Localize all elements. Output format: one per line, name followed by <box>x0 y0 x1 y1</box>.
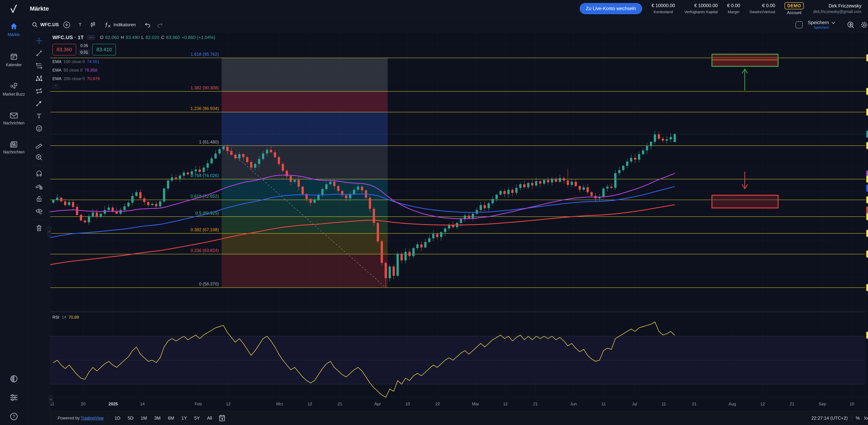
lock-drawings-tool[interactable] <box>34 194 44 204</box>
indicator-legend-ema100[interactable]: EMA100 close 0 74.551 <box>53 59 215 64</box>
quick-alert-icon[interactable] <box>847 21 855 29</box>
legend-more-icon[interactable]: ⋯ <box>87 35 95 40</box>
sell-button[interactable]: 83.360 <box>53 44 76 55</box>
stat-value: € 10000.00 <box>694 3 718 8</box>
rsi-legend[interactable]: RSI 14 70.89 <box>53 315 79 320</box>
price-axis[interactable]: 98.00094.00092.00088.00086.00084.00082.0… <box>865 32 868 398</box>
sidebar-item-nachrichten-news[interactable]: Nachrichten <box>1 141 27 154</box>
redo-icon[interactable] <box>157 22 163 28</box>
clock[interactable]: 22:27:14 (UTC+2) <box>811 416 848 421</box>
sidebar-item-maerkte[interactable]: Märkte <box>1 22 27 37</box>
rsi-axis-label: 80.00 <box>866 321 868 327</box>
range-3m[interactable]: 3M <box>152 414 163 422</box>
indicators-button[interactable]: Indikatoren <box>104 22 136 28</box>
stat-value: € 0.00 <box>762 3 775 8</box>
top-bar: Märkte Zu Live-Konto wechseln € 10000.00… <box>0 0 868 18</box>
sidebar-item-label: Nachrichten <box>3 121 25 125</box>
parallel-channel-tool[interactable] <box>34 85 44 96</box>
measure-ruler-tool[interactable] <box>34 140 44 150</box>
magnet-tool[interactable] <box>34 169 44 179</box>
time-axis-label: 21 <box>784 401 800 406</box>
chart-type-candles-icon[interactable] <box>90 22 96 28</box>
hide-drawings-tool[interactable] <box>34 206 44 217</box>
range-1d[interactable]: 1D <box>112 414 123 422</box>
price-axis-label: 62.000 <box>866 263 868 268</box>
legend-collapse-button[interactable]: ⌃ <box>53 84 59 89</box>
emoji-tool[interactable] <box>34 123 44 134</box>
range-5d[interactable]: 5D <box>125 414 136 422</box>
bottom-bar: Powered by TradingView 1D 5D 1M 3M 6M 1Y… <box>50 411 868 425</box>
spread-indicator: 0.05 0.01 <box>78 44 90 56</box>
page-title: Märkte <box>30 5 49 12</box>
search-icon <box>32 22 38 28</box>
price-axis-badge: 90.308 <box>866 88 868 95</box>
time-axis-label: 14 <box>134 401 150 406</box>
indicator-legend-ema200[interactable]: EMA200 close 0 70.979 <box>53 76 215 81</box>
toolbar-collapse-button[interactable]: › <box>47 226 51 237</box>
zoom-in-tool[interactable] <box>34 152 44 163</box>
time-axis-settings[interactable] <box>865 398 868 411</box>
interval-button[interactable]: T <box>79 22 82 27</box>
user-name: Dirk Friczewsky <box>813 3 861 9</box>
indicator-legend-ema50[interactable]: EMA50 close 0 76.858 <box>53 68 215 73</box>
time-axis-label: Feb <box>190 401 206 406</box>
range-5y[interactable]: 5Y <box>192 414 202 422</box>
home-icon <box>10 22 18 30</box>
layout-checkbox[interactable] <box>796 21 803 28</box>
range-6m[interactable]: 6M <box>165 414 177 422</box>
time-axis-label: Jul <box>627 401 642 406</box>
mail-icon <box>10 112 18 119</box>
time-axis-label: 10 <box>400 401 415 406</box>
price-axis-label: 60.000 <box>866 275 868 280</box>
buy-button[interactable]: 83.410 <box>92 44 116 55</box>
drawing-mode-tool[interactable] <box>34 181 44 192</box>
price-axis-badge: 67.198 <box>866 230 868 237</box>
sidebar-item-label: Kalender <box>6 62 22 67</box>
crosshair-tool[interactable] <box>34 35 44 46</box>
time-axis[interactable]: 1120202514Feb12Mrz1221Apr1022Mai1221Jun1… <box>50 398 865 411</box>
symbol-search[interactable]: WFC.US <box>32 22 59 28</box>
percent-scale-button[interactable]: % <box>856 416 860 421</box>
chart-legend: WFC.US · 1T ⋯ O82.060 H83.490 L82.020 C8… <box>53 34 215 89</box>
stat-label: Margin <box>728 10 739 14</box>
app-logo[interactable] <box>0 4 28 13</box>
fib-retracement-tool[interactable] <box>34 60 44 71</box>
switch-live-account-button[interactable]: Zu Live-Konto wechseln <box>580 3 642 14</box>
range-1y[interactable]: 1Y <box>179 414 189 422</box>
axis-collapse-button[interactable]: ‹ <box>49 395 53 404</box>
tradingview-link[interactable]: TradingView <box>81 416 104 420</box>
rsi-axis-label: 40.00 <box>866 370 868 375</box>
contrast-icon[interactable] <box>10 375 18 382</box>
price-axis-label: 98.000 <box>866 41 868 47</box>
price-axis-badge: 83.360 <box>866 131 868 138</box>
remove-drawings-tool[interactable] <box>34 223 44 233</box>
compare-add-icon[interactable] <box>63 21 70 28</box>
xabcd-pattern-tool[interactable] <box>34 73 44 84</box>
save-control[interactable]: Speichern Speichern <box>808 20 835 30</box>
time-axis-label: 11 <box>596 401 612 406</box>
time-axis-label: Apr <box>370 401 385 406</box>
log-scale-button[interactable]: log <box>864 416 868 421</box>
arrow-marker-tool[interactable] <box>34 98 44 109</box>
undo-icon[interactable] <box>144 22 151 28</box>
range-all[interactable]: All <box>205 414 215 422</box>
bubbles-icon <box>10 83 18 90</box>
settings-sliders-icon[interactable] <box>10 394 18 401</box>
time-axis-label: Mrz <box>272 401 287 406</box>
trend-line-tool[interactable] <box>34 48 44 59</box>
price-axis-badge: 69.925 <box>866 213 868 220</box>
goto-date-icon[interactable] <box>218 414 226 422</box>
price-axis-badge: 74.551 <box>866 185 868 192</box>
price-axis-label: 94.000 <box>866 66 868 71</box>
account-type: DEMO Account <box>784 2 804 15</box>
time-axis-label: 2025 <box>105 401 121 406</box>
text-tool[interactable] <box>34 111 44 121</box>
legend-symbol-interval[interactable]: WFC.US · 1T <box>53 34 84 40</box>
gear-icon[interactable] <box>860 21 868 29</box>
sidebar-item-market-buzz[interactable]: Market Buzz <box>1 83 27 96</box>
sidebar-item-kalender[interactable]: Kalender <box>1 53 27 67</box>
sidebar-item-label: Märkte <box>8 32 20 37</box>
range-1m[interactable]: 1M <box>138 414 150 422</box>
help-icon[interactable]: ? <box>10 413 18 421</box>
sidebar-item-nachrichten-mail[interactable]: Nachrichten <box>1 112 27 125</box>
